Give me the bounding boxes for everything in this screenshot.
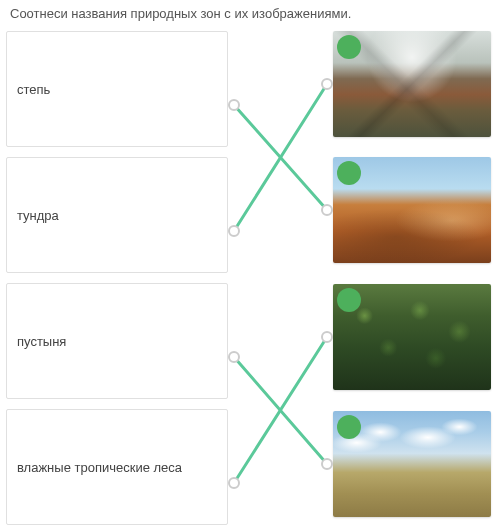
badge-icon bbox=[337, 35, 361, 59]
left-card-2[interactable]: пустыня bbox=[6, 283, 228, 399]
left-card-1[interactable]: тундра bbox=[6, 157, 228, 273]
connection-line bbox=[234, 337, 327, 483]
left-label: степь bbox=[17, 82, 50, 97]
left-label: пустыня bbox=[17, 334, 66, 349]
right-card-1[interactable] bbox=[333, 157, 491, 263]
right-dot-3[interactable] bbox=[321, 458, 333, 470]
right-dot-1[interactable] bbox=[321, 204, 333, 216]
right-dot-0[interactable] bbox=[321, 78, 333, 90]
badge-icon bbox=[337, 288, 361, 312]
badge-icon bbox=[337, 161, 361, 185]
connection-line bbox=[234, 105, 327, 210]
right-card-2[interactable] bbox=[333, 284, 491, 390]
left-label: тундра bbox=[17, 208, 59, 223]
badge-icon bbox=[337, 415, 361, 439]
left-card-0[interactable]: степь bbox=[6, 31, 228, 147]
connection-line bbox=[234, 357, 327, 464]
right-dot-2[interactable] bbox=[321, 331, 333, 343]
left-dot-2[interactable] bbox=[228, 351, 240, 363]
right-card-0[interactable] bbox=[333, 31, 491, 137]
left-label: влажные тропические леса bbox=[17, 460, 182, 475]
question-text: Соотнеси названия природных зон с их изо… bbox=[0, 0, 500, 31]
left-dot-1[interactable] bbox=[228, 225, 240, 237]
left-dot-3[interactable] bbox=[228, 477, 240, 489]
left-card-3[interactable]: влажные тропические леса bbox=[6, 409, 228, 525]
connection-line bbox=[234, 84, 327, 231]
right-card-3[interactable] bbox=[333, 411, 491, 517]
matching-board: степь тундра пустыня влажные тропические… bbox=[0, 31, 500, 532]
left-dot-0[interactable] bbox=[228, 99, 240, 111]
